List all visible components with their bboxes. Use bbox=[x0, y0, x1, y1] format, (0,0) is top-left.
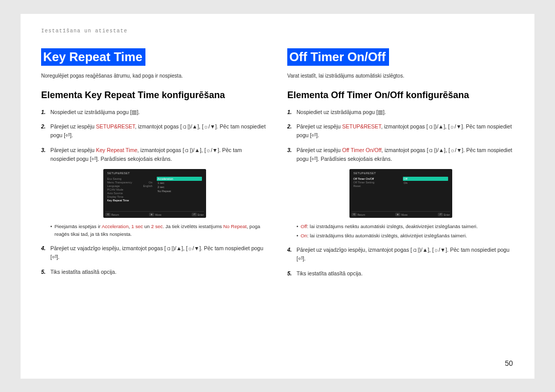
vol-icon: ⫏|) bbox=[182, 123, 191, 129]
step-text: , izmantojot pogas [ bbox=[137, 147, 184, 153]
enter-icon: [⏎] bbox=[90, 156, 98, 162]
step-text: ], [ bbox=[428, 247, 434, 253]
osd-footer: ⟲Return ◈Move ⏎Enter bbox=[105, 211, 204, 216]
enter-icon: [⏎] bbox=[310, 132, 318, 138]
osd-option: 1 sec bbox=[157, 181, 202, 185]
osd-options: OffOn bbox=[401, 176, 450, 208]
step-number: 3. bbox=[287, 146, 292, 155]
step-number: 3. bbox=[41, 146, 46, 155]
osd-option: 2 sec bbox=[157, 185, 202, 189]
subheading: Elementa Key Repeat Time konfigurēšana bbox=[41, 90, 268, 101]
step-number: 1. bbox=[41, 108, 46, 117]
step-2: 2. Pārejiet uz iespēju SETUP&RESET, izma… bbox=[287, 122, 514, 140]
down-icon: ▼ bbox=[194, 245, 199, 251]
step-text: ], [ bbox=[181, 245, 188, 251]
down-icon: ▼ bbox=[210, 123, 215, 129]
vol-icon: ⫏|) bbox=[166, 245, 175, 251]
step-text: Tiks iestatīta atlasītā opcija. bbox=[297, 270, 363, 276]
osd-foot-move: ◈Move bbox=[395, 213, 408, 216]
subheading: Elementa Off Timer On/Off konfigurēšana bbox=[287, 90, 514, 101]
opt-on: On bbox=[301, 233, 307, 238]
step-number: 4. bbox=[287, 246, 292, 254]
step-text: Pārejiet uz vajadzīgo iespēju, izmantojo… bbox=[50, 245, 166, 251]
enter-icon: [⏎] bbox=[297, 255, 304, 262]
osd-foot-enter: ⏎Enter bbox=[438, 213, 450, 216]
osd-row: Display Time bbox=[107, 195, 153, 198]
step-text: . Parādīsies sekojošais ekrāns. bbox=[318, 156, 392, 162]
bright-icon: ☼ bbox=[450, 123, 455, 129]
intro-text: Noregulējiet pogas reaģēšanas ātrumu, ka… bbox=[41, 73, 268, 79]
up-icon: ▲ bbox=[194, 147, 199, 153]
osd-header: SETUP&RESET bbox=[105, 171, 204, 176]
step-number: 4. bbox=[41, 244, 46, 253]
up-icon: ▲ bbox=[176, 245, 181, 251]
osd-body: Off Timer On/OffOff Timer SettingReset O… bbox=[351, 176, 450, 208]
down-icon: ▼ bbox=[456, 147, 461, 153]
step-text: Pārejiet uz vajadzīgo iespēju, izmantojo… bbox=[297, 247, 412, 253]
down-icon: ▼ bbox=[440, 247, 446, 253]
step-5: 5. Tiks iestatīta atlasītā opcija. bbox=[41, 268, 268, 276]
vol-icon: ⫏|) bbox=[428, 147, 437, 153]
step-number: 1. bbox=[287, 108, 292, 117]
up-icon: ▲ bbox=[438, 123, 443, 129]
bright-icon: ☼ bbox=[188, 245, 193, 251]
opt-no-repeat: No Repeat bbox=[223, 223, 246, 229]
vol-icon: ⫏|) bbox=[184, 147, 193, 153]
step-text: ]. Pēc tam nospiediet pogu bbox=[446, 247, 509, 253]
osd-foot-return: ⟲Return bbox=[105, 213, 119, 216]
link-setup-reset: SETUP&RESET bbox=[96, 123, 135, 129]
step-text: Pārejiet uz iespēju bbox=[50, 123, 96, 129]
step-text: ], [ bbox=[444, 147, 450, 153]
link-setup-reset: SETUP&RESET bbox=[342, 123, 381, 129]
column-right: Off Timer On/Off Varat iestatīt, lai izs… bbox=[287, 48, 514, 284]
osd-row: LanguageEnglish bbox=[107, 184, 153, 188]
bright-icon: ☼ bbox=[434, 247, 439, 253]
link-key-repeat: Key Repeat Time bbox=[96, 147, 138, 153]
step-3: 3. Pārejiet uz iespēju Key Repeat Time, … bbox=[41, 146, 268, 163]
osd-screenshot: SETUP&RESET Eco SavingMenu TransparencyO… bbox=[103, 169, 206, 218]
osd-menu: Off Timer On/OffOff Timer SettingReset bbox=[351, 176, 401, 208]
notes-list: Off: lai izstrādājums netiktu automātisk… bbox=[287, 223, 514, 239]
osd-foot-move: ◈Move bbox=[149, 213, 161, 216]
step-2: 2. Pārejiet uz iespēju SETUP&RESET, izma… bbox=[41, 122, 268, 140]
osd-foot-enter: ⏎Enter bbox=[192, 213, 204, 216]
osd-option: On bbox=[403, 181, 448, 185]
down-icon: ▼ bbox=[212, 147, 217, 153]
osd-options: Acceleration1 sec2 secNo Repeat bbox=[155, 176, 204, 208]
osd-option: No Repeat bbox=[157, 189, 202, 193]
step-text: Pārejiet uz iespēju bbox=[297, 147, 342, 153]
osd-option: Off bbox=[403, 177, 448, 181]
step-5: 5. Tiks iestatīta atlasītā opcija. bbox=[287, 269, 514, 278]
osd-menu: Eco SavingMenu TransparencyOnLanguageEng… bbox=[105, 176, 155, 208]
steps-list-cont: 4. Pārejiet uz vajadzīgo iespēju, izmant… bbox=[287, 246, 514, 277]
osd-row: Off Timer On/Off bbox=[354, 177, 399, 180]
step-1: 1. Nospiediet uz izstrādājuma pogu [▥]. bbox=[287, 108, 514, 117]
step-text: ], [ bbox=[200, 147, 206, 153]
opt-2sec: 2 sec bbox=[151, 223, 163, 229]
step-number: 5. bbox=[287, 269, 292, 278]
step-number: 2. bbox=[41, 122, 46, 131]
osd-row: PC/AV Mode bbox=[107, 188, 153, 191]
breadcrumb: Iestatīšana un atiestate bbox=[41, 28, 514, 34]
osd-footer: ⟲Return ◈Move ⏎Enter bbox=[351, 211, 450, 216]
osd-row: Reset bbox=[354, 184, 399, 188]
step-text: Nospiediet uz izstrādājuma pogu bbox=[50, 109, 130, 115]
enter-icon: [⏎] bbox=[50, 254, 58, 260]
note-item: Pieejamās iespējas ir Acceleration, 1 se… bbox=[50, 223, 268, 238]
column-left: Key Repeat Time Noregulējiet pogas reaģē… bbox=[41, 48, 268, 284]
step-text: . bbox=[138, 109, 140, 115]
step-text: . Parādīsies sekojošais ekrāns. bbox=[98, 156, 172, 162]
page-number: 50 bbox=[505, 359, 513, 367]
step-text: ], [ bbox=[197, 123, 203, 129]
step-text: . bbox=[384, 109, 386, 115]
opt-1sec: 1 sec bbox=[131, 223, 143, 229]
vol-icon: ⫏|) bbox=[428, 123, 437, 129]
note-item: Off: lai izstrādājums netiktu automātisk… bbox=[297, 223, 514, 230]
link-off-timer: Off Timer On/Off bbox=[342, 147, 382, 153]
opt-off: Off bbox=[301, 223, 307, 229]
osd-row: Auto Source bbox=[107, 191, 153, 195]
osd-row: Key Repeat Time bbox=[107, 198, 153, 202]
step-1: 1. Nospiediet uz izstrādājuma pogu [▥]. bbox=[41, 108, 268, 117]
section-title: Off Timer On/Off bbox=[287, 48, 389, 66]
vol-icon: ⫏|) bbox=[412, 247, 421, 253]
